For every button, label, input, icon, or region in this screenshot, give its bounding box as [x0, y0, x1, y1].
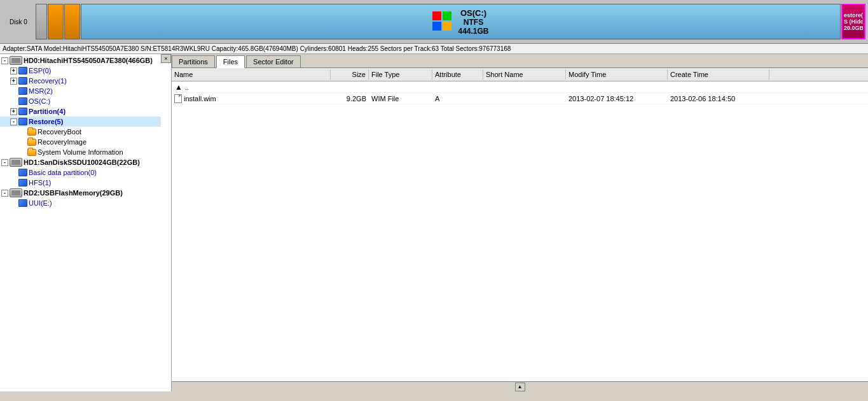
restore-line2: S (Hidd	[844, 18, 863, 25]
file-list-header: Name Size File Type Attribute Short Name…	[172, 68, 868, 81]
bottom-scrollbar[interactable]: ▲	[172, 381, 868, 391]
tree-content: - HD0:HitachiHTS545050A7E380(466GB) + ES…	[0, 54, 171, 209]
drive-icon-hfs1	[18, 179, 27, 186]
tree-label-recoveryboot: RecoveryBoot	[38, 128, 81, 136]
tree-label-partition4: Partition(4)	[29, 108, 65, 115]
tree-label-recovery1: Recovery(1)	[29, 77, 67, 85]
tree-label-restore5: Restore(5)	[29, 118, 63, 125]
hdd-icon-1	[10, 158, 22, 167]
tree-label-msr2: MSR(2)	[29, 87, 53, 95]
file-cell-size-install: 9.2GB	[331, 94, 369, 103]
up-arrow-icon: ▲	[174, 83, 183, 92]
file-cell-modify-install: 2013-02-07 18:45:12	[566, 94, 668, 103]
drive-icon-recovery1	[18, 77, 27, 85]
tree-item-recovery1[interactable]: + Recovery(1)	[0, 76, 161, 86]
drive-icon-basic0	[18, 169, 27, 176]
tree-label-recoveryimage: RecoveryImage	[38, 138, 86, 146]
partition-block-restore[interactable]: estore(5) S (Hidd 20.0GB	[841, 4, 865, 39]
tree-item-rd2[interactable]: - RD2:USBFlashMemory(29GB)	[0, 188, 161, 198]
tab-bar: Partitions Files Sector Editor	[172, 54, 868, 68]
file-row-up[interactable]: ▲ ..	[172, 81, 868, 93]
file-icon-wim	[174, 94, 182, 103]
folder-icon-recoveryboot	[27, 129, 36, 136]
partition-block-2[interactable]	[64, 4, 80, 39]
file-cell-create-up	[668, 87, 769, 88]
tree-label-osc: OS(C:)	[29, 97, 50, 105]
tree-item-osc[interactable]: OS(C:)	[0, 96, 161, 106]
drive-icon-esp	[18, 67, 27, 74]
col-header-name[interactable]: Name	[172, 69, 331, 80]
expand-hd1[interactable]: -	[1, 159, 8, 166]
tab-files[interactable]: Files	[216, 55, 245, 68]
tree-label-hd0: HD0:HitachiHTS545050A7E380(466GB)	[24, 57, 153, 64]
tab-partitions[interactable]: Partitions	[172, 55, 215, 67]
restore-line1: estore(5)	[844, 12, 863, 18]
win-partition-line3: 444.1GB	[458, 27, 488, 36]
hdd-icon-2	[10, 188, 22, 197]
file-cell-type-up	[369, 87, 432, 88]
disk-area: Disk 0 OS(C:) NTFS	[0, 0, 868, 44]
drive-icon-msr2	[18, 87, 27, 95]
expand-partition4[interactable]: +	[10, 108, 17, 115]
expand-hd0[interactable]: -	[1, 57, 8, 64]
tree-item-esp[interactable]: + ESP(0)	[0, 66, 161, 76]
file-cell-short-up	[483, 87, 566, 88]
file-cell-attr-up	[432, 87, 483, 88]
file-name-up: ..	[185, 83, 189, 91]
tree-item-hd0[interactable]: - HD0:HitachiHTS545050A7E380(466GB)	[0, 55, 161, 66]
file-panel: Partitions Files Sector Editor Name Size…	[172, 54, 868, 391]
tree-label-uuie: UUI(E:)	[29, 199, 52, 207]
tree-label-sysvolinfo: System Volume Information	[38, 148, 123, 156]
restore-line3: 20.0GB	[844, 25, 863, 31]
tree-item-basic0[interactable]: Basic data partition(0)	[0, 167, 161, 178]
partition-block-0[interactable]	[36, 4, 47, 39]
scroll-up-btn[interactable]: ▲	[515, 383, 525, 391]
drive-icon-partition4	[18, 108, 27, 115]
col-header-filetype[interactable]: File Type	[369, 69, 432, 80]
file-cell-name-install: install.wim	[172, 94, 331, 104]
col-header-modifytime[interactable]: Modify Time	[566, 69, 668, 80]
tab-sector-editor[interactable]: Sector Editor	[246, 55, 301, 67]
tree-item-hd1[interactable]: - HD1:SanDiskSSDU10024GB(22GB)	[0, 157, 161, 167]
adapter-info: Adapter:SATA Model:HitachiHTS545050A7E38…	[0, 44, 868, 54]
tree-label-hd1: HD1:SanDiskSSDU10024GB(22GB)	[24, 158, 140, 166]
col-header-createtime[interactable]: Create Time	[668, 69, 769, 80]
tree-label-esp: ESP(0)	[29, 67, 51, 74]
main-area: × - HD0:HitachiHTS545050A7E380(466GB) + …	[0, 54, 868, 391]
partition-block-1[interactable]	[48, 4, 64, 39]
tree-panel: × - HD0:HitachiHTS545050A7E380(466GB) + …	[0, 54, 172, 391]
file-cell-create-install: 2013-02-06 18:14:50	[668, 94, 769, 103]
file-cell-modify-up	[566, 87, 668, 88]
tree-item-restore5[interactable]: - Restore(5)	[0, 116, 161, 127]
tree-item-uuie[interactable]: UUI(E:)	[0, 198, 161, 208]
win-partition-line2: NTFS	[458, 18, 488, 27]
tree-label-basic0: Basic data partition(0)	[29, 169, 97, 176]
partition-bar: OS(C:) NTFS 444.1GB estore(5) S (Hidd 20…	[36, 4, 865, 39]
tree-item-partition4[interactable]: + Partition(4)	[0, 106, 161, 116]
expand-restore5[interactable]: -	[10, 118, 17, 125]
tree-label-rd2: RD2:USBFlashMemory(29GB)	[24, 189, 123, 197]
hdd-icon-0	[10, 56, 22, 65]
expand-esp[interactable]: +	[10, 67, 17, 74]
tree-item-recoveryimage[interactable]: RecoveryImage	[0, 137, 161, 147]
expand-rd2[interactable]: -	[1, 190, 8, 197]
col-header-shortname[interactable]: Short Name	[483, 69, 566, 80]
file-row-install-wim[interactable]: install.wim 9.2GB WIM File A 2013-02-07 …	[172, 93, 868, 104]
tree-item-sysvolinfo[interactable]: System Volume Information	[0, 147, 161, 157]
col-header-size[interactable]: Size	[331, 69, 369, 80]
file-cell-attr-install: A	[432, 94, 483, 103]
tree-item-msr2[interactable]: MSR(2)	[0, 86, 161, 96]
tree-item-hfs1[interactable]: HFS(1)	[0, 178, 161, 188]
expand-recovery1[interactable]: +	[10, 78, 17, 85]
partition-block-windows[interactable]: OS(C:) NTFS 444.1GB	[81, 4, 841, 39]
file-cell-size-up	[331, 87, 369, 88]
file-cell-short-install	[483, 98, 566, 99]
tree-item-recoveryboot[interactable]: RecoveryBoot	[0, 127, 161, 137]
drive-icon-osc	[18, 97, 27, 105]
win-partition-line1: OS(C:)	[458, 8, 488, 18]
folder-icon-sysvolinfo	[27, 149, 36, 156]
file-cell-name-up: ▲ ..	[172, 82, 331, 92]
col-header-attribute[interactable]: Attribute	[432, 69, 483, 80]
file-cell-type-install: WIM File	[369, 94, 432, 103]
tree-panel-close[interactable]: ×	[161, 54, 171, 63]
